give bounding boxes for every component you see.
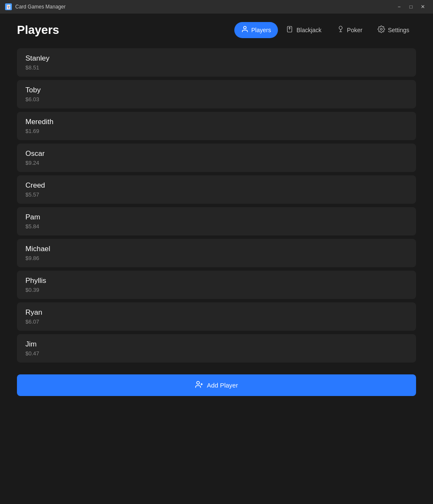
- player-balance: $0.39: [25, 287, 408, 293]
- tab-players-label: Players: [251, 27, 271, 33]
- app-icon: 🃏: [5, 3, 12, 10]
- tab-settings[interactable]: Settings: [371, 22, 416, 38]
- title-bar-left: 🃏 Card Games Manager: [5, 3, 66, 10]
- player-name: Michael: [25, 245, 408, 253]
- player-balance: $5.84: [25, 223, 408, 230]
- player-card[interactable]: Oscar$9.24: [17, 144, 416, 172]
- tab-players[interactable]: Players: [234, 22, 278, 38]
- player-balance: $6.07: [25, 318, 408, 325]
- player-name: Jim: [25, 340, 408, 349]
- add-player-button[interactable]: Add Player: [17, 374, 416, 396]
- player-card[interactable]: Stanley$8.51: [17, 48, 416, 77]
- player-balance: $0.47: [25, 350, 408, 357]
- player-balance: $9.86: [25, 255, 408, 261]
- player-balance: $5.57: [25, 191, 408, 198]
- poker-icon: [337, 25, 344, 35]
- player-name: Phyllis: [25, 277, 408, 285]
- add-player-label: Add Player: [207, 382, 238, 389]
- add-player-icon: [195, 380, 203, 390]
- tab-poker-label: Poker: [347, 27, 363, 33]
- tab-blackjack[interactable]: Blackjack: [280, 22, 328, 38]
- settings-icon: [377, 25, 385, 35]
- maximize-button[interactable]: □: [406, 3, 416, 11]
- header: Players Players: [17, 22, 416, 38]
- player-balance: $9.24: [25, 160, 408, 166]
- tab-settings-label: Settings: [388, 27, 409, 33]
- player-name: Pam: [25, 213, 408, 222]
- player-card[interactable]: Creed$5.57: [17, 175, 416, 204]
- player-card[interactable]: Jim$0.47: [17, 334, 416, 363]
- player-balance: $1.69: [25, 128, 408, 134]
- player-card[interactable]: Michael$9.86: [17, 239, 416, 267]
- title-bar: 🃏 Card Games Manager − □ ✕: [0, 0, 433, 14]
- svg-point-0: [244, 26, 246, 29]
- main-content: Players Players: [0, 14, 433, 504]
- player-card[interactable]: Meredith$1.69: [17, 112, 416, 140]
- player-card[interactable]: Pam$5.84: [17, 207, 416, 235]
- title-bar-controls: − □ ✕: [394, 3, 428, 11]
- player-name: Toby: [25, 86, 408, 94]
- player-name: Creed: [25, 181, 408, 190]
- player-name: Meredith: [25, 118, 408, 126]
- player-card[interactable]: Ryan$6.07: [17, 302, 416, 331]
- tab-blackjack-label: Blackjack: [297, 27, 322, 33]
- player-balance: $6.03: [25, 96, 408, 102]
- close-button[interactable]: ✕: [418, 3, 428, 11]
- players-icon: [241, 25, 249, 35]
- page-title: Players: [17, 23, 59, 37]
- blackjack-icon: [286, 25, 294, 35]
- player-card[interactable]: Toby$6.03: [17, 80, 416, 108]
- players-list: Stanley$8.51Toby$6.03Meredith$1.69Oscar$…: [17, 48, 416, 371]
- player-card[interactable]: Phyllis$0.39: [17, 271, 416, 299]
- player-name: Oscar: [25, 150, 408, 158]
- player-name: Stanley: [25, 54, 408, 63]
- nav-bar: Players Blackjack: [234, 22, 416, 38]
- player-name: Ryan: [25, 308, 408, 317]
- player-balance: $8.51: [25, 64, 408, 71]
- svg-point-3: [197, 382, 200, 385]
- minimize-button[interactable]: −: [394, 3, 404, 11]
- svg-point-2: [380, 28, 383, 30]
- app-title: Card Games Manager: [15, 4, 66, 10]
- tab-poker[interactable]: Poker: [330, 22, 369, 38]
